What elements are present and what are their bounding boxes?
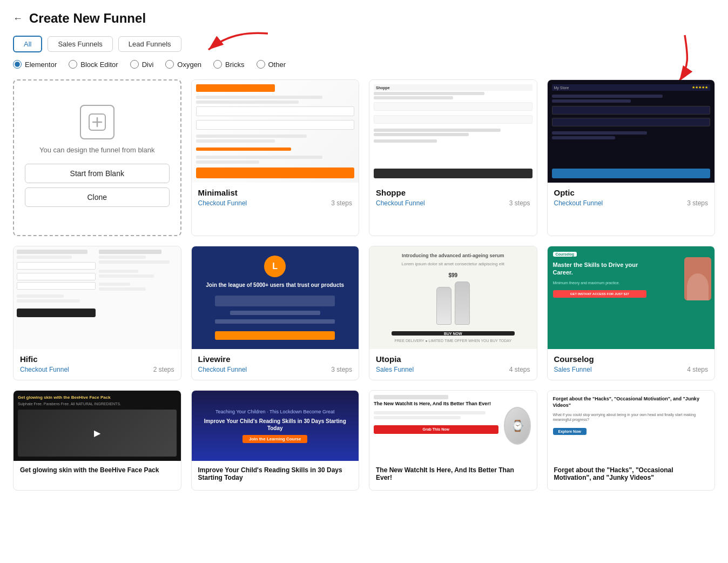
blank-card-description: You can design the funnel from blank bbox=[39, 146, 154, 154]
template-card-body-watchit: The New WatchIt Is Here, And Its Better … bbox=[369, 461, 537, 490]
page-title: Create New Funnel bbox=[29, 11, 146, 26]
forgethacks-sub: What if you could stop worrying about be… bbox=[553, 412, 710, 422]
clone-button[interactable]: Clone bbox=[25, 187, 170, 207]
template-thumb-hific bbox=[14, 246, 181, 349]
builder-label-other: Other bbox=[268, 61, 286, 69]
forgethacks-cta: Explore Now bbox=[553, 428, 587, 435]
template-name-hific: Hific bbox=[20, 354, 174, 364]
template-card-forgethacks[interactable]: Forget about the "Hacks", "Occasional Mo… bbox=[547, 390, 716, 491]
builder-label-divi: Divi bbox=[142, 61, 154, 69]
template-name-optic: Optic bbox=[554, 188, 709, 197]
template-tag-hific: Checkout Funnel bbox=[20, 366, 69, 373]
template-meta-shoppe: Checkout Funnel 3 steps bbox=[376, 199, 530, 207]
template-thumb-optic: My Store ★★★★★ bbox=[548, 80, 715, 183]
template-card-reading[interactable]: Teaching Your Children · This Lockdown B… bbox=[191, 390, 360, 491]
builder-radio-bricks[interactable] bbox=[213, 60, 222, 69]
template-name-watchit: The New WatchIt Is Here, And Its Better … bbox=[376, 466, 530, 481]
template-thumb-shoppe: Shoppe bbox=[369, 80, 537, 183]
builder-radio-elementor[interactable] bbox=[13, 60, 22, 69]
template-steps-hific: 2 steps bbox=[153, 366, 174, 373]
annotation-arrow-right bbox=[658, 32, 701, 86]
template-meta-utopia: Sales Funnel 4 steps bbox=[376, 366, 530, 373]
template-card-courselog[interactable]: Courselog Master the Skills to Drive you… bbox=[547, 246, 716, 380]
template-thumb-utopia: Introducing the advanced anti-ageing ser… bbox=[369, 246, 537, 349]
forgethacks-headline: Forget about the "Hacks", "Occasional Mo… bbox=[553, 396, 710, 408]
template-card-body-minimalist: Minimalist Checkout Funnel 3 steps bbox=[192, 183, 359, 213]
template-card-body-forgethacks: Forget about the "Hacks", "Occasional Mo… bbox=[548, 461, 715, 490]
annotation-arrow-left bbox=[198, 28, 273, 55]
template-tag-livewire: Checkout Funnel bbox=[198, 366, 247, 373]
template-card-body-courselog: Courselog Sales Funnel 4 steps bbox=[548, 349, 715, 380]
template-grid: You can design the funnel from blank Sta… bbox=[13, 79, 715, 491]
template-name-livewire: Livewire bbox=[198, 354, 353, 364]
filter-sales-button[interactable]: Sales Funnels bbox=[48, 36, 112, 52]
template-name-shoppe: Shoppe bbox=[376, 188, 530, 197]
add-icon bbox=[80, 105, 114, 139]
template-thumb-beeface: Get glowing skin with the BeeHive Face P… bbox=[14, 391, 181, 461]
builder-label-bricks: Bricks bbox=[225, 61, 244, 69]
template-steps-courselog: 4 steps bbox=[687, 366, 708, 373]
builder-radio-block-editor[interactable] bbox=[69, 60, 77, 69]
filter-lead-button[interactable]: Lead Funnels bbox=[118, 36, 181, 52]
template-meta-optic: Checkout Funnel 3 steps bbox=[554, 199, 709, 207]
livewire-thumb-text: Join the league of 5000+ users that trus… bbox=[206, 282, 344, 289]
template-steps-optic: 3 steps bbox=[687, 199, 708, 207]
beeface-headline: Get glowing skin with the BeeHive Face P… bbox=[18, 395, 177, 400]
template-meta-courselog: Sales Funnel 4 steps bbox=[554, 366, 709, 373]
template-card-body-reading: Improve Your Child's Reading Skills in 3… bbox=[192, 461, 359, 490]
template-card-shoppe[interactable]: Shoppe Shoppe Checkout Funnel bbox=[369, 79, 537, 236]
builder-radio-other[interactable] bbox=[257, 60, 265, 69]
template-card-optic[interactable]: My Store ★★★★★ Optic Checkout Funnel bbox=[547, 79, 716, 236]
builder-option-bricks[interactable]: Bricks bbox=[213, 60, 244, 69]
reading-cta: Join the Learning Course bbox=[242, 435, 307, 443]
builder-radio-divi[interactable] bbox=[130, 60, 139, 69]
template-name-utopia: Utopia bbox=[376, 354, 530, 364]
builder-label-oxygen: Oxygen bbox=[177, 61, 201, 69]
builder-label-elementor: Elementor bbox=[25, 61, 57, 69]
template-thumb-livewire: L Join the league of 5000+ users that tr… bbox=[192, 246, 359, 349]
template-card-body-hific: Hific Checkout Funnel 2 steps bbox=[14, 349, 181, 380]
template-card-body-optic: Optic Checkout Funnel 3 steps bbox=[548, 183, 715, 213]
template-steps-livewire: 3 steps bbox=[331, 366, 352, 373]
blank-template-card[interactable]: You can design the funnel from blank Sta… bbox=[13, 79, 181, 236]
builder-option-other[interactable]: Other bbox=[257, 60, 286, 69]
template-steps-shoppe: 3 steps bbox=[509, 199, 530, 207]
template-name-beeface: Get glowing skin with the BeeHive Face P… bbox=[20, 466, 174, 474]
template-name-reading: Improve Your Child's Reading Skills in 3… bbox=[198, 466, 353, 481]
courselog-headline: Master the Skills to Drive your Career. bbox=[553, 261, 655, 277]
template-card-body-beeface: Get glowing skin with the BeeHive Face P… bbox=[14, 461, 181, 482]
template-steps-utopia: 4 steps bbox=[509, 366, 530, 373]
template-card-beeface[interactable]: Get glowing skin with the BeeHive Face P… bbox=[13, 390, 181, 491]
template-tag-utopia: Sales Funnel bbox=[376, 366, 414, 373]
template-thumb-minimalist bbox=[192, 80, 359, 183]
reading-headline: Improve Your Child's Reading Skills in 3… bbox=[198, 418, 353, 432]
courselog-badge: Courselog bbox=[553, 252, 577, 257]
back-button[interactable]: ← bbox=[13, 13, 23, 24]
template-meta-minimalist: Checkout Funnel 3 steps bbox=[198, 199, 353, 207]
builder-label-block-editor: Block Editor bbox=[80, 61, 118, 69]
template-meta-hific: Checkout Funnel 2 steps bbox=[20, 366, 174, 373]
template-card-hific[interactable]: Hific Checkout Funnel 2 steps bbox=[13, 246, 181, 380]
filter-all-button[interactable]: All bbox=[13, 36, 42, 52]
template-meta-livewire: Checkout Funnel 3 steps bbox=[198, 366, 353, 373]
builder-option-elementor[interactable]: Elementor bbox=[13, 60, 57, 69]
template-card-minimalist[interactable]: Minimalist Checkout Funnel 3 steps bbox=[191, 79, 360, 236]
builder-option-block-editor[interactable]: Block Editor bbox=[69, 60, 118, 69]
builder-option-oxygen[interactable]: Oxygen bbox=[165, 60, 201, 69]
template-steps-minimalist: 3 steps bbox=[331, 199, 352, 207]
template-card-utopia[interactable]: Introducing the advanced anti-ageing ser… bbox=[369, 246, 537, 380]
template-thumb-reading: Teaching Your Children · This Lockdown B… bbox=[192, 391, 359, 461]
template-card-body-utopia: Utopia Sales Funnel 4 steps bbox=[369, 349, 537, 380]
builder-option-divi[interactable]: Divi bbox=[130, 60, 154, 69]
start-from-blank-button[interactable]: Start from Blank bbox=[25, 164, 170, 183]
template-tag-minimalist: Checkout Funnel bbox=[198, 199, 247, 207]
template-card-body-livewire: Livewire Checkout Funnel 3 steps bbox=[192, 349, 359, 380]
template-tag-shoppe: Checkout Funnel bbox=[376, 199, 425, 207]
template-card-body-shoppe: Shoppe Checkout Funnel 3 steps bbox=[369, 183, 537, 213]
watchit-headline: The New WatchIt Is Here, And Its Better … bbox=[374, 401, 498, 407]
template-card-livewire[interactable]: L Join the league of 5000+ users that tr… bbox=[191, 246, 360, 380]
template-name-forgethacks: Forget about the "Hacks", "Occasional Mo… bbox=[554, 466, 709, 481]
template-card-watchit[interactable]: The New WatchIt Is Here, And Its Better … bbox=[369, 390, 537, 491]
template-name-courselog: Courselog bbox=[554, 354, 709, 364]
builder-radio-oxygen[interactable] bbox=[165, 60, 174, 69]
